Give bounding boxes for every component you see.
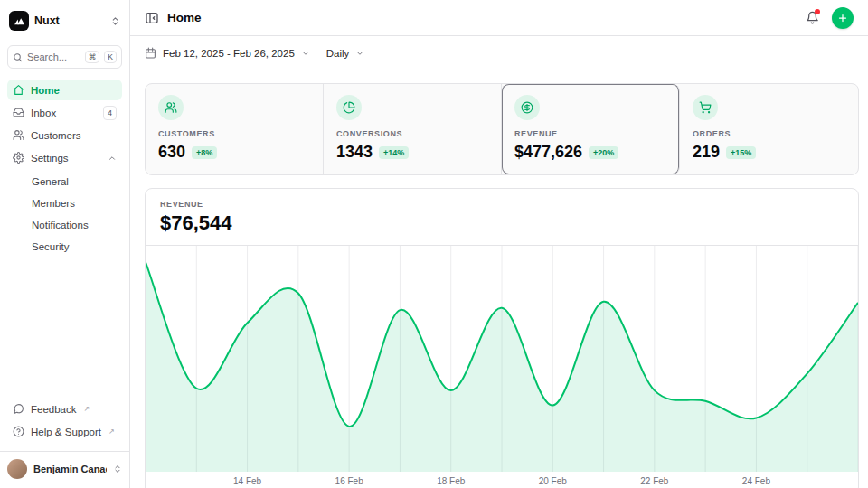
nuxt-logo-icon [9,11,29,31]
stat-card-conversions[interactable]: CONVERSIONS 1343 +14% [324,84,502,174]
period-label: Daily [326,48,350,59]
panel-left-icon [145,11,159,25]
search-placeholder: Search... [27,52,80,62]
stats-row: CUSTOMERS 630 +8% CONVERSIONS 1343 +14% [145,83,859,175]
date-range-label: Feb 12, 2025 - Feb 26, 2025 [163,48,295,59]
revenue-chart-card: REVENUE $76,544 14 Feb16 Feb18 Feb20 Feb… [145,188,859,488]
chart-header: REVENUE $76,544 [146,189,858,246]
gear-icon [13,152,24,164]
external-link-icon: ↗ [108,427,115,436]
page-header: Home [130,0,868,36]
stat-delta-badge: +15% [726,146,756,159]
x-axis-tick-label: 20 Feb [539,476,567,486]
chart-pie-icon [336,95,362,120]
calendar-icon [145,47,156,59]
chevron-down-icon [355,49,364,58]
chevron-down-icon [301,49,310,58]
notifications-button[interactable] [806,11,819,24]
workspace-selector[interactable]: Nuxt [7,9,122,33]
chart-svg [146,246,858,472]
sidebar-item-settings[interactable]: Settings [7,147,122,168]
sidebar-footer: Feedback ↗ Help & Support ↗ Benjamin Can… [7,399,122,481]
stat-delta-badge: +14% [379,146,409,159]
sidebar-item-label: Home [31,85,60,96]
users-icon [13,129,24,141]
header-actions [806,7,854,29]
chevrons-up-down-icon [110,16,120,26]
avatar [7,459,27,479]
stat-label: REVENUE [514,129,666,138]
x-axis-tick-label: 18 Feb [437,476,465,486]
sidebar-item-label: Members [32,198,75,209]
sidebar: Nuxt Search... ⌘ K Home Inbox 4 [0,0,130,488]
sidebar-item-general[interactable]: General [32,172,122,192]
users-icon [158,95,184,120]
sidebar-item-security[interactable]: Security [32,237,122,257]
stat-value: $477,626 [514,143,582,162]
sidebar-item-label: Notifications [32,220,89,230]
page-title: Home [167,11,202,24]
x-axis-tick-label: 14 Feb [233,476,261,486]
stat-value: 1343 [336,143,373,162]
stat-card-orders[interactable]: ORDERS 219 +15% [680,84,858,174]
filters-toolbar: Feb 12, 2025 - Feb 26, 2025 Daily [130,36,868,70]
sidebar-item-label: General [32,176,69,187]
help-circle-icon [13,426,24,437]
user-menu[interactable]: Benjamin Canac [0,451,129,481]
chart-metric-value: $76,544 [160,211,844,235]
sidebar-item-customers[interactable]: Customers [7,125,122,145]
stat-card-customers[interactable]: CUSTOMERS 630 +8% [146,84,324,174]
external-link-icon: ↗ [84,405,90,413]
stat-label: ORDERS [693,129,845,138]
user-name: Benjamin Canac [33,464,107,474]
notification-dot [815,9,820,14]
chat-bubble-icon [13,403,24,415]
dashboard-content: CUSTOMERS 630 +8% CONVERSIONS 1343 +14% [130,70,868,488]
sidebar-collapse-button[interactable] [145,11,159,25]
sidebar-item-members[interactable]: Members [32,193,122,213]
date-range-picker[interactable]: Feb 12, 2025 - Feb 26, 2025 [145,47,310,59]
sidebar-nav: Home Inbox 4 Customers Settings Genera [7,80,122,257]
plus-icon [837,13,848,23]
kbd-key: K [104,51,117,63]
x-axis-tick-label: 22 Feb [640,476,668,486]
kbd-meta: ⌘ [85,51,100,63]
add-button[interactable] [832,7,854,29]
stat-delta-badge: +8% [192,146,217,159]
sidebar-item-home[interactable]: Home [7,80,122,100]
sidebar-item-notifications[interactable]: Notifications [32,215,122,235]
stat-label: CUSTOMERS [158,129,310,138]
x-axis-tick-label: 16 Feb [335,476,363,486]
stat-value: 630 [158,143,185,162]
revenue-area-chart[interactable] [146,246,858,472]
help-support-link[interactable]: Help & Support ↗ [7,421,122,442]
stat-label: CONVERSIONS [336,129,488,138]
feedback-link[interactable]: Feedback ↗ [7,399,122,419]
settings-submenu: General Members Notifications Security [7,172,122,257]
stat-card-revenue[interactable]: REVENUE $477,626 +20% [502,84,680,174]
sidebar-item-label: Inbox [31,108,56,118]
sidebar-item-label: Customers [31,130,81,141]
sidebar-item-inbox[interactable]: Inbox 4 [7,102,122,123]
x-axis-tick-label: 24 Feb [742,476,770,486]
workspace-name: Nuxt [34,14,60,27]
period-select[interactable]: Daily [326,48,365,59]
sidebar-item-label: Security [32,241,70,252]
main-area: Home Feb 12, 2025 - Feb 26, 2025 [130,0,868,488]
sidebar-item-label: Settings [31,153,69,164]
inbox-icon [13,107,24,118]
home-icon [13,84,24,96]
search-input[interactable]: Search... ⌘ K [7,45,122,69]
link-label: Feedback [31,404,77,415]
x-axis: 14 Feb16 Feb18 Feb20 Feb22 Feb24 Feb [146,472,858,488]
search-icon [13,52,23,62]
chevrons-up-down-icon [113,465,122,474]
link-label: Help & Support [31,427,101,437]
chevron-up-icon [108,154,117,163]
stat-value: 219 [693,143,720,162]
inbox-count-badge: 4 [103,106,117,120]
stat-delta-badge: +20% [589,146,618,159]
cart-icon [693,95,718,120]
dollar-circle-icon [514,95,540,120]
chart-metric-label: REVENUE [160,200,844,209]
